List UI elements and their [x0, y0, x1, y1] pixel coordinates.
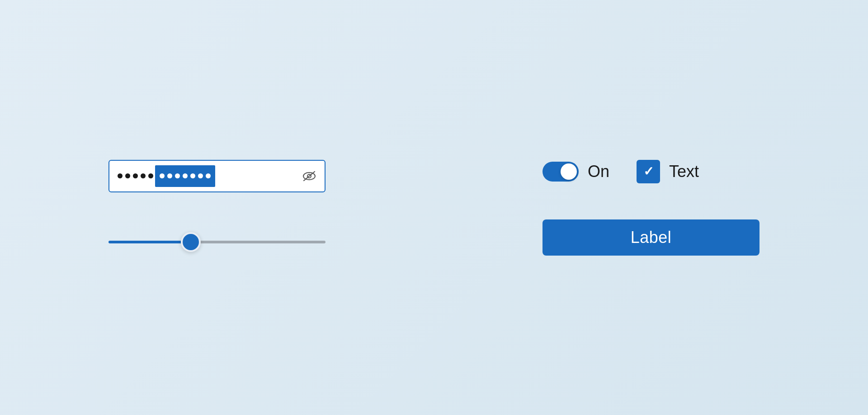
toggle-group: On [542, 162, 609, 182]
slider-thumb[interactable] [181, 232, 201, 252]
sel-dot-6 [198, 173, 203, 178]
dot-5 [148, 173, 153, 178]
left-column [108, 160, 326, 256]
toggle-knob [561, 163, 577, 180]
toggle-label: On [588, 162, 609, 181]
dot-1 [118, 173, 123, 178]
show-password-button[interactable] [302, 169, 316, 183]
password-selected-dots [155, 165, 215, 187]
sel-dot-3 [175, 173, 180, 178]
sel-dot-5 [190, 173, 195, 178]
sel-dot-2 [167, 173, 172, 178]
toggle-switch[interactable] [542, 162, 579, 182]
slider-track[interactable] [108, 241, 326, 243]
right-column: On ✓ Text Label [542, 160, 760, 256]
dot-3 [133, 173, 138, 178]
sel-dot-7 [206, 173, 211, 178]
main-container: On ✓ Text Label [0, 160, 868, 256]
dot-2 [125, 173, 130, 178]
sel-dot-4 [183, 173, 188, 178]
eye-icon [302, 169, 316, 183]
checkbox-label: Text [669, 162, 699, 181]
dot-4 [141, 173, 146, 178]
sel-dot-1 [160, 173, 165, 178]
password-plain-dots [118, 173, 153, 178]
slider-wrapper [108, 228, 326, 256]
label-button-text: Label [631, 228, 672, 247]
checkbox-group: ✓ Text [637, 160, 699, 183]
checkmark-icon: ✓ [643, 165, 654, 178]
password-input[interactable] [108, 160, 326, 192]
checkbox[interactable]: ✓ [637, 160, 660, 183]
label-button[interactable]: Label [542, 219, 760, 256]
top-controls: On ✓ Text [542, 160, 699, 183]
